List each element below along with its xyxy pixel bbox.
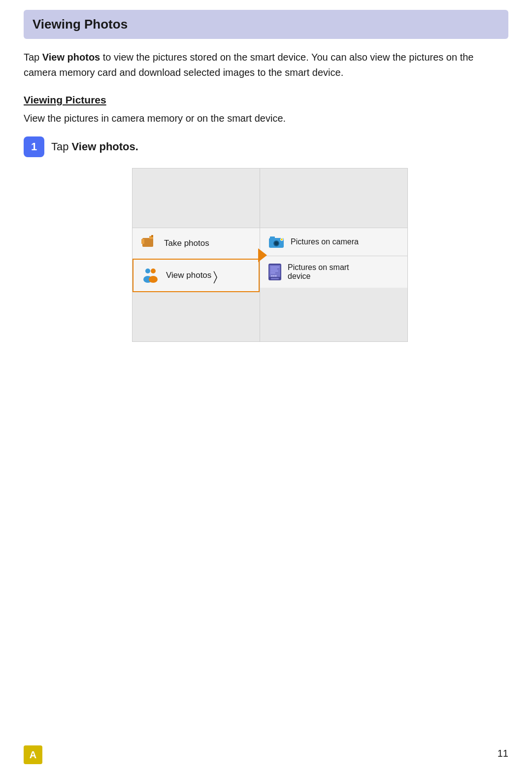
subsection-title: Viewing Pictures [24, 94, 508, 106]
left-panel-bottom-space [133, 292, 260, 341]
step-bold: View photos. [72, 140, 138, 153]
svg-point-21 [271, 275, 273, 277]
left-panel-top-space [133, 168, 260, 228]
section-header-title: Viewing Photos [33, 17, 128, 32]
footer-badge: A [24, 745, 42, 764]
svg-point-13 [281, 238, 283, 240]
menu-item-view-photos[interactable]: View photos 〉 [133, 259, 260, 292]
option-item-pictures-on-smart-device[interactable]: Pictures on smartdevice [260, 256, 407, 288]
step-row: 1 Tap View photos. [24, 136, 508, 157]
right-panel-bottom-space [260, 288, 407, 341]
svg-point-5 [151, 269, 156, 273]
svg-point-11 [274, 241, 278, 245]
right-panel: Pictures on camera [260, 168, 407, 341]
intro-bold: View photos [42, 52, 100, 63]
svg-rect-19 [270, 270, 278, 271]
svg-rect-1 [141, 239, 144, 244]
take-photos-icon [141, 235, 158, 252]
pictures-on-camera-label: Pictures on camera [291, 237, 359, 246]
take-photos-label: Take photos [164, 238, 209, 248]
svg-rect-3 [151, 235, 153, 237]
ui-screenshot: Take photos View photos 〉 [132, 168, 408, 342]
smart-device-icon [268, 263, 282, 281]
svg-rect-16 [271, 278, 279, 279]
svg-rect-20 [270, 272, 275, 273]
cursor-icon: 〉 [213, 269, 218, 284]
svg-point-7 [149, 276, 158, 283]
camera-pics-icon [268, 235, 285, 249]
subsection-body: View the pictures in camera memory or on… [24, 111, 508, 126]
view-photos-icon [142, 267, 160, 284]
svg-rect-17 [270, 267, 279, 268]
page-wrapper: Viewing Photos Tap View photos to view t… [0, 0, 532, 381]
pictures-on-smart-device-label: Pictures on smartdevice [288, 263, 349, 281]
svg-point-22 [273, 275, 275, 277]
step-text: Tap [51, 140, 72, 153]
panel-arrow [258, 248, 267, 262]
svg-rect-18 [270, 269, 277, 269]
intro-paragraph: Tap View photos to view the pictures sto… [24, 50, 508, 80]
svg-point-23 [275, 275, 277, 277]
step-number-badge: 1 [24, 136, 44, 157]
view-photos-label: View photos [166, 270, 211, 280]
svg-point-4 [145, 269, 150, 273]
option-item-pictures-on-camera[interactable]: Pictures on camera [260, 228, 407, 256]
right-panel-top-space [260, 168, 407, 228]
left-panel: Take photos View photos 〉 [133, 168, 260, 341]
step-label: Tap View photos. [51, 140, 138, 153]
section-header: Viewing Photos [24, 10, 508, 39]
menu-item-take-photos[interactable]: Take photos [133, 228, 260, 259]
svg-rect-9 [270, 236, 275, 239]
page-number: 11 [498, 748, 508, 759]
